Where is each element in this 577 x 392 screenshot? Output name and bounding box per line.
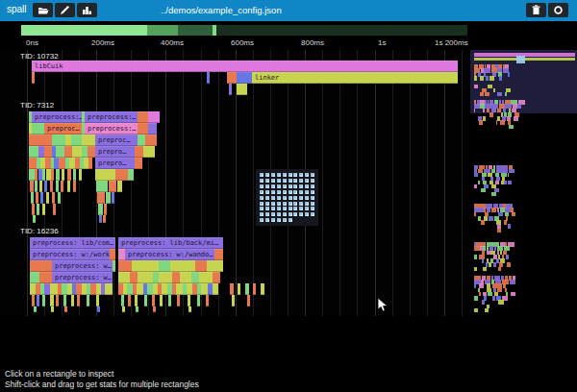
minimap-cluster-rect[interactable]	[504, 181, 507, 184]
minimap-cluster-rect[interactable]	[474, 308, 478, 313]
minimap-cluster-rect[interactable]	[485, 308, 489, 313]
flame-rect[interactable]	[73, 181, 76, 192]
minimap-cluster-rect[interactable]	[508, 72, 510, 77]
minimap-cluster-rect[interactable]	[491, 208, 497, 212]
flame-rect[interactable]	[144, 295, 147, 306]
flame-rect[interactable]	[56, 295, 59, 306]
flame-rect[interactable]	[44, 146, 52, 158]
minimap-cluster-rect[interactable]	[512, 212, 515, 217]
flame-rect[interactable]	[42, 295, 45, 306]
minimap-cluster-rect[interactable]	[514, 116, 517, 121]
flame-rect[interactable]	[67, 181, 70, 192]
flame-rect[interactable]	[188, 306, 191, 312]
flame-rect[interactable]	[113, 260, 115, 272]
flame-rect[interactable]	[172, 272, 180, 283]
flame-rect[interactable]	[176, 283, 183, 295]
open-file-button[interactable]	[33, 3, 53, 17]
minimap-cluster-rect[interactable]	[504, 220, 507, 225]
minimap-cluster-rect[interactable]	[499, 76, 502, 81]
flame-rect[interactable]	[237, 72, 252, 84]
flame-rect[interactable]	[143, 146, 155, 158]
flame-rect[interactable]	[62, 169, 64, 181]
flame-rect[interactable]	[128, 169, 134, 181]
flame-rect[interactable]	[34, 306, 37, 312]
minimap-cluster-rect[interactable]	[489, 262, 491, 267]
minimap-cluster-rect[interactable]	[493, 262, 496, 267]
flame-rect[interactable]	[132, 260, 159, 272]
flame-rect[interactable]	[103, 215, 106, 223]
flame-rect[interactable]	[138, 111, 148, 123]
flame-rect[interactable]	[238, 283, 240, 295]
minimap-cluster-rect[interactable]	[509, 169, 515, 173]
minimap-cluster-rect[interactable]	[498, 300, 503, 305]
flame-rect[interactable]: preprocess:…	[85, 123, 138, 135]
flame-rect[interactable]	[237, 84, 247, 95]
flame-rect[interactable]	[170, 260, 195, 272]
flame-rect[interactable]	[32, 72, 35, 84]
flame-rect[interactable]: prepro…	[95, 158, 135, 169]
minimap-cluster-rect[interactable]	[506, 255, 509, 259]
flame-rect[interactable]	[29, 158, 37, 169]
flame-rect[interactable]	[213, 283, 218, 295]
flame-rect[interactable]	[168, 295, 171, 306]
flame-rect[interactable]: preprocess: w…	[52, 260, 113, 272]
flame-rect[interactable]	[44, 181, 47, 192]
flamegraph-viewport[interactable]: TID: 10732libCuiklinkerTID: 7312preproce…	[0, 50, 469, 316]
minimap-cluster-rect[interactable]	[493, 88, 495, 93]
flame-rect[interactable]	[104, 204, 107, 215]
settings-button[interactable]	[548, 3, 568, 17]
flame-rect[interactable]	[118, 249, 125, 260]
flame-rect[interactable]	[122, 306, 125, 312]
flame-rect[interactable]	[152, 295, 155, 306]
minimap-cluster-rect[interactable]	[474, 212, 476, 217]
flame-rect[interactable]	[98, 204, 103, 215]
flame-rect[interactable]	[160, 295, 163, 306]
flame-rect[interactable]	[136, 306, 138, 312]
flame-rect[interactable]: preprocess: w:/wando…	[125, 249, 214, 260]
flame-rect[interactable]	[207, 72, 210, 84]
minimap-cluster-rect[interactable]	[508, 173, 510, 177]
flame-rect[interactable]	[227, 72, 237, 84]
flame-rect[interactable]	[67, 169, 71, 181]
minimap-cluster-rect[interactable]	[497, 229, 500, 233]
flame-rect[interactable]	[31, 192, 34, 204]
flame-rect[interactable]	[42, 169, 45, 181]
minimap-cluster-rect[interactable]	[497, 92, 502, 97]
flame-rect[interactable]	[232, 295, 235, 306]
flame-rect[interactable]	[79, 169, 82, 181]
flame-rect[interactable]	[52, 192, 55, 204]
flame-rect[interactable]	[88, 146, 95, 158]
flame-rect[interactable]	[64, 146, 72, 158]
minimap-cluster-rect[interactable]	[508, 224, 511, 229]
flame-rect[interactable]	[36, 192, 38, 204]
flame-rect[interactable]	[230, 283, 234, 295]
flame-rect[interactable]: preproc…	[95, 135, 138, 146]
flame-rect[interactable]	[88, 158, 92, 169]
flame-rect[interactable]: preproc…	[44, 123, 82, 135]
minimap-cluster-rect[interactable]	[484, 296, 486, 301]
flame-rect[interactable]	[58, 192, 61, 204]
minimap-cluster-rect[interactable]	[509, 125, 514, 130]
flame-rect[interactable]	[59, 158, 65, 169]
minimap-cluster-rect[interactable]	[479, 120, 483, 125]
flame-rect[interactable]	[110, 249, 115, 260]
minimap-cluster-rect[interactable]	[474, 184, 477, 188]
minimap-cluster-rect[interactable]	[496, 120, 497, 125]
flame-rect[interactable]	[180, 272, 191, 283]
flame-rect[interactable]	[29, 135, 52, 146]
minimap-cluster-rect[interactable]	[487, 251, 489, 256]
flame-rect[interactable]	[56, 146, 64, 158]
flame-rect[interactable]: preprocess: lib/back/mi…	[118, 237, 223, 249]
flame-rect[interactable]	[201, 283, 208, 295]
flame-rect[interactable]	[245, 283, 249, 295]
flame-rect[interactable]	[35, 169, 38, 181]
flame-rect[interactable]	[32, 204, 35, 215]
flame-rect[interactable]	[30, 260, 52, 272]
flame-rect[interactable]: preprocess:…	[32, 111, 82, 123]
flame-rect[interactable]	[87, 295, 89, 306]
flame-rect[interactable]	[97, 306, 100, 312]
minimap-cluster-rect[interactable]	[498, 212, 503, 217]
minimap-cluster-rect[interactable]	[486, 76, 489, 81]
flame-rect[interactable]	[253, 283, 256, 295]
flame-rect[interactable]	[77, 295, 80, 306]
